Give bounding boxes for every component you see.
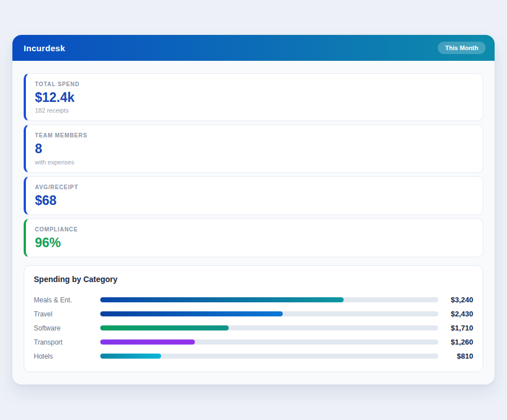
stat-value: 8 — [35, 142, 474, 156]
stat-label: TOTAL SPEND — [35, 81, 474, 87]
category-label: Meals & Ent. — [34, 296, 100, 304]
category-row-hotels: Hotels $810 — [34, 349, 473, 363]
spending-by-category-card: Spending by Category Meals & Ent. $3,240… — [24, 265, 483, 372]
bar-track — [100, 339, 438, 345]
category-label: Software — [34, 324, 100, 332]
stat-value: 96% — [35, 236, 474, 250]
category-row-software: Software $1,710 — [34, 321, 473, 335]
bar-track — [100, 354, 438, 359]
bar-fill-meals — [100, 297, 344, 302]
stat-card-team-members: TEAM MEMBERS 8 with expenses — [24, 124, 483, 172]
bar-fill-transport — [100, 339, 195, 345]
stat-card-compliance: COMPLIANCE 96% — [24, 218, 483, 257]
category-row-transport: Transport $1,260 — [34, 335, 473, 349]
bar-fill-travel — [100, 311, 283, 316]
stat-value: $68 — [35, 194, 474, 208]
app-header: Incurdesk This Month — [12, 35, 495, 61]
stat-label: TEAM MEMBERS — [35, 132, 474, 138]
card-heading: Spending by Category — [34, 275, 473, 284]
stat-subtext: 182 receipts — [35, 107, 474, 114]
category-value: $1,260 — [438, 338, 473, 346]
bar-fill-hotels — [100, 354, 161, 359]
stat-subtext: with expenses — [35, 159, 474, 166]
category-row-meals: Meals & Ent. $3,240 — [34, 293, 473, 307]
dashboard-panel: Incurdesk This Month TOTAL SPEND $12.4k … — [12, 35, 495, 385]
stat-label: COMPLIANCE — [35, 226, 474, 233]
app-title: Incurdesk — [24, 43, 65, 53]
category-label: Hotels — [34, 352, 100, 360]
category-label: Travel — [34, 310, 100, 318]
period-badge[interactable]: This Month — [438, 42, 486, 54]
category-value: $2,430 — [438, 310, 473, 318]
stat-card-total-spend: TOTAL SPEND $12.4k 182 receipts — [24, 73, 483, 121]
bar-track — [100, 311, 438, 316]
stat-card-avg-receipt: AVG/RECEIPT $68 — [24, 176, 483, 215]
stat-label: AVG/RECEIPT — [35, 184, 474, 190]
bar-track — [100, 325, 438, 330]
panel-body: TOTAL SPEND $12.4k 182 receipts TEAM MEM… — [12, 61, 495, 385]
category-value: $3,240 — [438, 296, 473, 304]
category-value: $1,710 — [438, 324, 473, 332]
category-row-travel: Travel $2,430 — [34, 307, 473, 321]
bar-track — [100, 297, 438, 302]
bar-fill-software — [100, 325, 229, 330]
stat-value: $12.4k — [35, 91, 474, 105]
category-label: Transport — [34, 338, 100, 346]
category-value: $810 — [438, 352, 473, 360]
